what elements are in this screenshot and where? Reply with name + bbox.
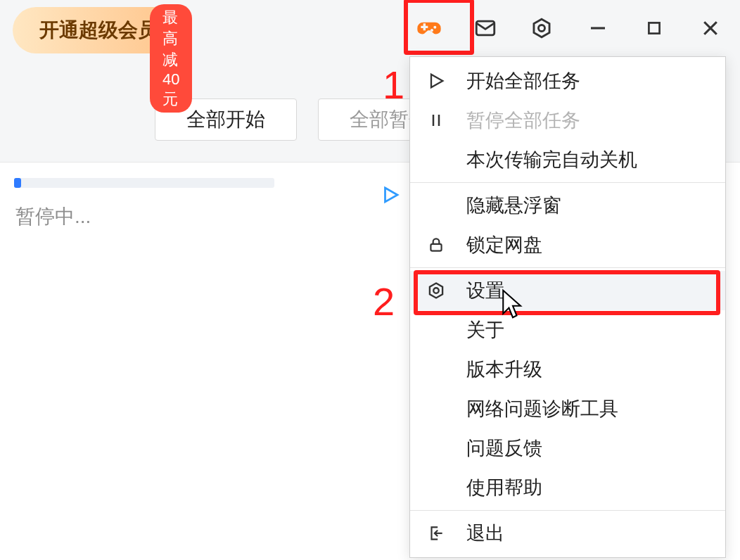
- menu-label: 开始全部任务: [466, 68, 580, 94]
- menu-start-all[interactable]: 开始全部任务: [410, 61, 725, 101]
- close-icon[interactable]: [695, 13, 726, 44]
- menu-pause-all: 暂停全部任务: [410, 101, 725, 140]
- cursor-icon: [501, 288, 525, 322]
- play-outline-icon: [424, 69, 448, 93]
- vip-area: 最高减40元 开通超级会员: [13, 7, 184, 53]
- menu-label: 退出: [466, 521, 504, 546]
- menu-separator: [410, 510, 725, 511]
- discount-badge: 最高减40元: [150, 4, 192, 113]
- menu-lock-disk[interactable]: 锁定网盘: [410, 225, 725, 265]
- menu-label: 本次传输完自动关机: [466, 147, 637, 172]
- menu-label: 关于: [466, 317, 504, 343]
- menu-about[interactable]: 关于: [410, 310, 725, 350]
- exit-icon: [424, 521, 448, 545]
- menu-net-diag[interactable]: 网络问题诊断工具: [410, 389, 725, 428]
- mail-icon[interactable]: [470, 13, 501, 44]
- svg-rect-4: [649, 23, 659, 33]
- menu-label: 隐藏悬浮窗: [466, 193, 561, 218]
- pause-icon: [424, 108, 448, 132]
- svg-rect-11: [430, 244, 441, 251]
- annotation-box-2: [414, 270, 720, 315]
- top-bar: 最高减40元 开通超级会员: [0, 0, 740, 56]
- menu-exit[interactable]: 退出: [410, 514, 725, 553]
- menu-label: 版本升级: [466, 357, 542, 382]
- menu-label: 使用帮助: [466, 475, 542, 500]
- play-icon[interactable]: [380, 184, 401, 208]
- menu-separator: [410, 267, 725, 268]
- annotation-number-2: 2: [373, 279, 395, 324]
- menu-label: 锁定网盘: [466, 232, 542, 257]
- menu-help[interactable]: 使用帮助: [410, 468, 725, 507]
- annotation-number-1: 1: [383, 62, 404, 108]
- svg-marker-8: [431, 75, 442, 88]
- menu-label: 问题反馈: [466, 435, 542, 461]
- svg-point-2: [538, 25, 544, 31]
- menu-feedback[interactable]: 问题反馈: [410, 428, 725, 468]
- progress-bar: [14, 178, 274, 188]
- menu-auto-shutdown[interactable]: 本次传输完自动关机: [410, 140, 725, 179]
- gear-icon[interactable]: [526, 13, 557, 44]
- menu-upgrade[interactable]: 版本升级: [410, 350, 725, 389]
- lock-icon: [424, 233, 448, 257]
- menu-separator: [410, 182, 725, 183]
- progress-fill: [14, 178, 21, 188]
- svg-marker-1: [534, 19, 549, 37]
- menu-label: 网络问题诊断工具: [466, 396, 618, 421]
- svg-marker-7: [385, 188, 398, 202]
- menu-label: 暂停全部任务: [466, 108, 580, 133]
- minimize-icon[interactable]: [582, 13, 613, 44]
- menu-hide-float[interactable]: 隐藏悬浮窗: [410, 186, 725, 225]
- maximize-icon[interactable]: [639, 13, 670, 44]
- annotation-box-1: [404, 0, 474, 55]
